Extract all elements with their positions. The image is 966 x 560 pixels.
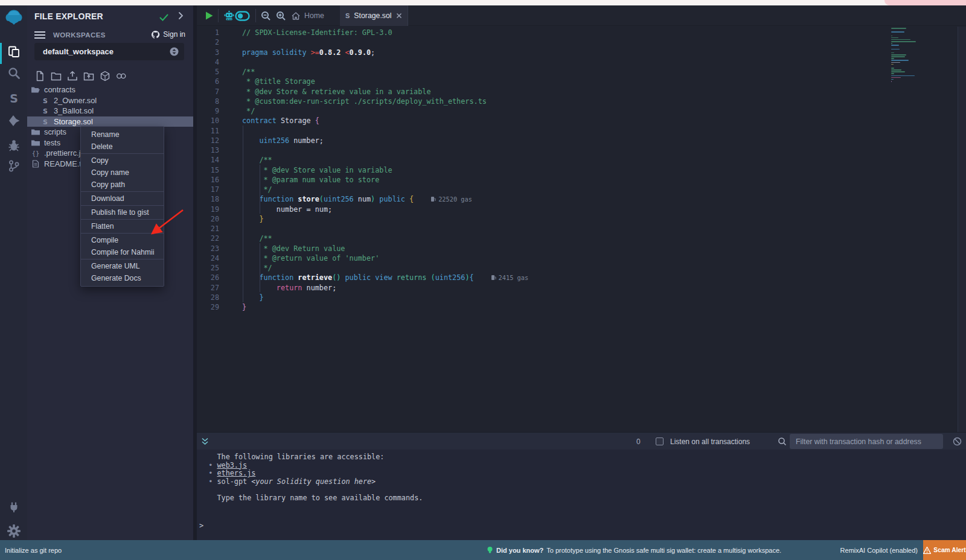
- code-line-29[interactable]: 29}: [197, 302, 966, 312]
- rail-search[interactable]: [0, 62, 27, 84]
- terminal-line: Type the library name to see available c…: [200, 494, 423, 503]
- listen-checkbox[interactable]: [656, 438, 664, 445]
- code-line-8[interactable]: 8 * @custom:dev-run-script ./scripts/dep…: [197, 97, 966, 106]
- terminal-link[interactable]: ethers.js: [217, 469, 255, 477]
- code-line-25[interactable]: 25 */: [197, 263, 966, 273]
- did-you-know-tip: Did you know? To prototype using the Gno…: [487, 546, 781, 555]
- remix-logo[interactable]: [0, 4, 27, 31]
- terminal-line: • sol-gpt <your Solidity question here>: [200, 478, 423, 486]
- copilot-toggle[interactable]: [235, 5, 250, 26]
- menu-item-download[interactable]: Download: [81, 192, 164, 205]
- code-line-28[interactable]: 28 }: [197, 293, 966, 302]
- search-icon[interactable]: [778, 437, 787, 448]
- copilot-status[interactable]: RemixAI Copilot (enabled): [840, 547, 918, 554]
- code-line-20[interactable]: 20 }: [197, 214, 966, 224]
- code-line-4[interactable]: 4: [197, 57, 966, 67]
- rail-git[interactable]: [0, 154, 27, 177]
- code-line-26[interactable]: 26 function retrieve() public view retur…: [197, 273, 966, 282]
- rail-file-explorer[interactable]: [0, 40, 27, 63]
- clear-console-icon[interactable]: [953, 437, 962, 448]
- chevron-right-icon[interactable]: [178, 11, 184, 22]
- tree-item-3-ballot-sol[interactable]: S3_Ballot.sol: [27, 106, 193, 116]
- workspace-select[interactable]: default_workspace: [34, 43, 184, 60]
- code-line-22[interactable]: 22 /**: [197, 234, 966, 243]
- tab-home[interactable]: Home: [288, 5, 340, 26]
- terminal-link[interactable]: web3.js: [217, 461, 247, 469]
- code-line-5[interactable]: 5/**: [197, 67, 966, 77]
- tree-item-2-owner-sol[interactable]: S2_Owner.sol: [27, 95, 193, 106]
- new-folder-icon[interactable]: [51, 71, 62, 81]
- code-line-14[interactable]: 14 /**: [197, 155, 966, 165]
- expand-terminal-icon[interactable]: [200, 437, 210, 448]
- terminal-output: The following libraries are accessible: …: [200, 453, 423, 503]
- upload-folder-icon[interactable]: [83, 71, 94, 81]
- code-line-3[interactable]: 3pragma solidity >=0.8.2 <0.9.0;: [197, 48, 966, 57]
- menu-item-rename[interactable]: Rename: [81, 129, 164, 141]
- code-line-19[interactable]: 19 number = num;: [197, 205, 966, 214]
- filter-input[interactable]: [790, 434, 943, 449]
- terminal-prompt[interactable]: >: [199, 521, 203, 530]
- line-number: 3: [197, 48, 219, 57]
- menu-item-delete[interactable]: Delete: [81, 141, 164, 153]
- code-line-21[interactable]: 21: [197, 224, 966, 234]
- zoom-out-icon[interactable]: [261, 5, 271, 26]
- browser-strip: [0, 0, 966, 5]
- tree-item-storage-sol[interactable]: SStorage.sol: [27, 116, 193, 127]
- rail-solidity-compiler[interactable]: S: [0, 87, 27, 110]
- menu-item-copy-name[interactable]: Copy name: [81, 167, 164, 179]
- close-tab-icon[interactable]: [396, 13, 402, 19]
- menu-divider: [81, 191, 164, 192]
- code-line-13[interactable]: 13: [197, 145, 966, 155]
- code-line-12[interactable]: 12 uint256 number;: [197, 136, 966, 145]
- workspaces-menu-icon[interactable]: [34, 31, 45, 42]
- new-file-icon[interactable]: [34, 71, 45, 81]
- publish-ipfs-icon[interactable]: [100, 71, 110, 81]
- menu-divider: [81, 153, 164, 154]
- rail-debugger[interactable]: [0, 134, 27, 157]
- editor-minimap[interactable]: [891, 28, 930, 83]
- status-bar: Initialize as git repo Did you know? To …: [0, 540, 966, 560]
- menu-item-compile[interactable]: Compile: [81, 234, 164, 246]
- code-line-10[interactable]: 10contract Storage {: [197, 116, 966, 126]
- link-icon[interactable]: [116, 71, 127, 81]
- code-line-6[interactable]: 6 * @title Storage: [197, 77, 966, 86]
- rail-settings[interactable]: [0, 520, 27, 542]
- line-number: 7: [197, 87, 219, 97]
- menu-item-flatten[interactable]: Flatten: [81, 220, 164, 232]
- rail-deploy-run[interactable]: [0, 109, 27, 132]
- code-line-11[interactable]: 11: [197, 126, 966, 136]
- code-line-15[interactable]: 15 * @dev Store value in variable: [197, 165, 966, 175]
- zoom-in-icon[interactable]: [276, 5, 286, 26]
- code-line-9[interactable]: 9 */: [197, 106, 966, 116]
- code-line-24[interactable]: 24 * @return value of 'number': [197, 253, 966, 263]
- code-line-27[interactable]: 27 return number;: [197, 283, 966, 293]
- menu-item-copy[interactable]: Copy: [81, 154, 164, 167]
- menu-item-compile-for-nahmii[interactable]: Compile for Nahmii: [81, 246, 164, 258]
- rail-plugin-manager[interactable]: [0, 495, 27, 518]
- remixai-robot-icon[interactable]: [223, 5, 235, 26]
- code-line-2[interactable]: 2: [197, 37, 966, 47]
- editor-scrollbar-gutter[interactable]: [958, 27, 966, 432]
- code-line-1[interactable]: 1// SPDX-License-Identifier: GPL-3.0: [197, 28, 966, 37]
- home-icon: [292, 12, 300, 20]
- code-line-16[interactable]: 16 * @param num value to store: [197, 175, 966, 185]
- line-number: 21: [197, 224, 219, 234]
- sign-in-button[interactable]: Sign in: [151, 30, 185, 39]
- run-script-button[interactable]: [205, 5, 214, 26]
- code-line-18[interactable]: 18 function store(uint256 num) public {2…: [197, 194, 966, 204]
- line-number: 10: [197, 116, 219, 126]
- git-init-button[interactable]: Initialize as git repo: [5, 547, 62, 554]
- tab-storage-sol[interactable]: S Storage.sol: [340, 5, 408, 26]
- code-editor[interactable]: 1// SPDX-License-Identifier: GPL-3.023pr…: [197, 27, 966, 432]
- tree-item-contracts[interactable]: contracts: [27, 84, 193, 95]
- code-line-7[interactable]: 7 * @dev Store & retrieve value in a var…: [197, 87, 966, 97]
- menu-item-copy-path[interactable]: Copy path: [81, 179, 164, 191]
- code-line-17[interactable]: 17 */: [197, 185, 966, 194]
- upload-file-icon[interactable]: [67, 71, 78, 81]
- scam-alert-button[interactable]: Scam Alert: [923, 540, 966, 560]
- menu-item-generate-uml[interactable]: Generate UML: [81, 260, 164, 272]
- menu-item-publish-file-to-gist[interactable]: Publish file to gist: [81, 206, 164, 218]
- code-line-23[interactable]: 23 * @dev Return value: [197, 244, 966, 253]
- transaction-count: 0: [636, 438, 641, 446]
- menu-item-generate-docs[interactable]: Generate Docs: [81, 272, 164, 284]
